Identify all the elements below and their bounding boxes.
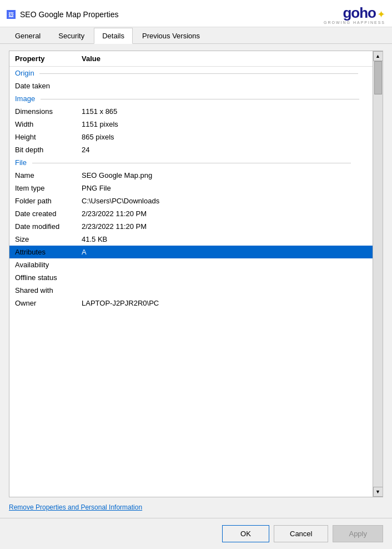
property-label: Dimensions — [9, 105, 76, 118]
property-label: Item type — [9, 182, 76, 194]
table-row: Availability — [9, 258, 373, 271]
scroll-down-arrow[interactable]: ▼ — [373, 487, 383, 497]
property-label: Name — [9, 169, 76, 182]
property-value: C:\Users\PC\Downloads — [76, 194, 373, 207]
property-label: Attributes — [9, 246, 76, 258]
remove-link-container: Remove Properties and Personal Informati… — [9, 503, 383, 511]
scrollbar[interactable]: ▲ ▼ — [373, 51, 383, 497]
button-bar: OK Cancel Apply — [0, 518, 392, 549]
scroll-track[interactable] — [373, 61, 383, 487]
logo-star-icon: ✦ — [377, 9, 385, 19]
property-label: Date modified — [9, 220, 76, 233]
property-value: PNG File — [76, 182, 373, 194]
tab-security[interactable]: Security — [50, 28, 93, 44]
section-label: Image — [15, 94, 35, 103]
property-value[interactable]: A — [76, 246, 373, 258]
table-row: Name SEO Google Map.png — [9, 169, 373, 182]
remove-properties-link[interactable]: Remove Properties and Personal Informati… — [9, 503, 142, 511]
properties-scroll[interactable]: Property Value Origin Date taken Image D… — [9, 51, 373, 497]
table-row: Width 1151 pixels — [9, 118, 373, 131]
property-value: 1151 x 865 — [76, 105, 373, 118]
table-row: Bit depth 24 — [9, 143, 373, 156]
section-divider — [41, 99, 359, 99]
table-row[interactable]: Attributes A — [9, 246, 373, 258]
property-label: Bit depth — [9, 143, 76, 156]
section-row-file: File — [9, 156, 373, 169]
logo-text: goho — [343, 4, 376, 22]
section-divider — [39, 73, 358, 74]
property-label: Height — [9, 131, 76, 143]
table-row: Height 865 pixels — [9, 131, 373, 143]
col-value: Value — [76, 51, 373, 67]
property-value: 1151 pixels — [76, 118, 373, 131]
scroll-thumb[interactable] — [374, 61, 382, 94]
tabs-bar: General Security Details Previous Versio… — [0, 27, 392, 44]
property-value: 24 — [76, 143, 373, 156]
title-bar-left: 🖼 SEO Google Map Properties — [7, 10, 118, 19]
section-row-image: Image — [9, 92, 373, 105]
property-label: Folder path — [9, 194, 76, 207]
property-value — [76, 284, 373, 297]
table-row: Shared with — [9, 284, 373, 297]
property-label: Date created — [9, 207, 76, 220]
property-label: Shared with — [9, 284, 76, 297]
cancel-button[interactable]: Cancel — [274, 525, 328, 542]
section-label: Origin — [15, 69, 34, 77]
tab-previous-versions[interactable]: Previous Versions — [134, 28, 208, 44]
table-row: Folder path C:\Users\PC\Downloads — [9, 194, 373, 207]
property-value: 2/23/2022 11:20 PM — [76, 207, 373, 220]
property-label: Date taken — [9, 79, 76, 92]
property-value — [76, 258, 373, 271]
table-row: Offline status — [9, 271, 373, 284]
property-label: Offline status — [9, 271, 76, 284]
property-value — [76, 79, 373, 92]
table-row: Date taken — [9, 79, 373, 92]
property-value: 41.5 KB — [76, 233, 373, 246]
section-label: File — [15, 158, 27, 167]
table-row: Item type PNG File — [9, 182, 373, 194]
table-row: Date created 2/23/2022 11:20 PM — [9, 207, 373, 220]
table-row: Dimensions 1151 x 865 — [9, 105, 373, 118]
window-icon: 🖼 — [7, 10, 16, 19]
scroll-up-arrow[interactable]: ▲ — [373, 51, 383, 61]
properties-container: Property Value Origin Date taken Image D… — [9, 51, 383, 497]
goho-logo: goho ✦ GROWING HAPPINESS — [324, 4, 385, 24]
property-label: Size — [9, 233, 76, 246]
property-value — [76, 271, 373, 284]
window-title: SEO Google Map Properties — [20, 10, 118, 19]
col-property: Property — [9, 51, 76, 67]
property-label: Width — [9, 118, 76, 131]
property-value: 2/23/2022 11:20 PM — [76, 220, 373, 233]
tab-general[interactable]: General — [7, 28, 49, 44]
ok-button[interactable]: OK — [222, 525, 269, 542]
table-row: Date modified 2/23/2022 11:20 PM — [9, 220, 373, 233]
title-bar: 🖼 SEO Google Map Properties goho ✦ GROWI… — [0, 0, 392, 27]
logo-tagline: GROWING HAPPINESS — [324, 21, 385, 24]
property-value: 865 pixels — [76, 131, 373, 143]
main-content: Property Value Origin Date taken Image D… — [0, 44, 392, 518]
table-row: Owner LAPTOP-J2PJR2R0\PC — [9, 297, 373, 310]
property-value: SEO Google Map.png — [76, 169, 373, 182]
section-row-origin: Origin — [9, 67, 373, 80]
tab-details[interactable]: Details — [94, 28, 133, 44]
table-row: Size 41.5 KB — [9, 233, 373, 246]
section-divider — [32, 163, 351, 163]
properties-table: Property Value Origin Date taken Image D… — [9, 51, 373, 310]
property-value: LAPTOP-J2PJR2R0\PC — [76, 297, 373, 310]
property-label: Owner — [9, 297, 76, 310]
apply-button[interactable]: Apply — [333, 525, 383, 542]
property-label: Availability — [9, 258, 76, 271]
